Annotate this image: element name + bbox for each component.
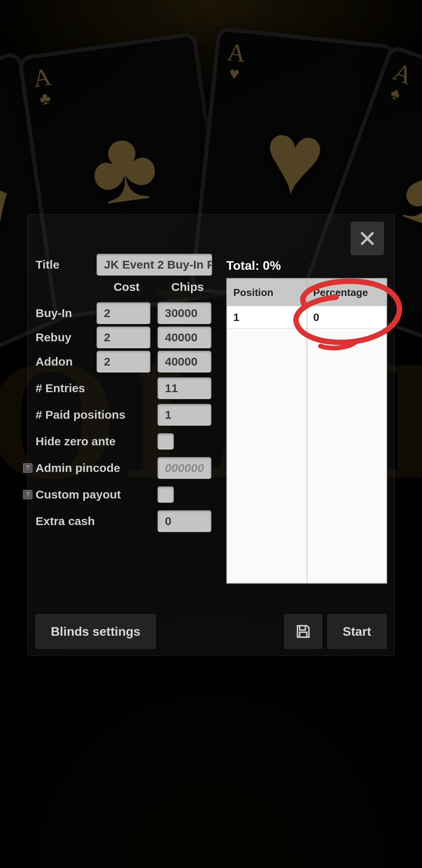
payout-table-body: 1 0 — [227, 306, 386, 583]
extra-cash-input[interactable]: 0 — [157, 510, 211, 532]
admin-pincode-label: Admin pincode — [36, 461, 157, 475]
custom-payout-checkbox[interactable] — [157, 486, 174, 503]
custom-payout-help[interactable]: ? — [23, 490, 32, 499]
chips-header: Chips — [157, 280, 218, 294]
admin-pincode-row: ? Admin pincode 000000 — [36, 456, 211, 480]
paid-positions-label: # Paid positions — [36, 408, 157, 421]
custom-payout-label: Custom payout — [36, 488, 157, 501]
position-header: Position — [227, 279, 307, 306]
addon-cost-input[interactable]: 2 — [97, 351, 150, 373]
addon-chips-input[interactable]: 40000 — [157, 351, 211, 373]
rebuy-cost-input[interactable]: 2 — [97, 326, 150, 348]
buyin-chips-input[interactable]: 30000 — [157, 302, 211, 324]
save-icon — [295, 623, 312, 640]
payout-table: Position Percentage 1 0 — [226, 278, 387, 584]
close-button[interactable] — [350, 222, 384, 255]
event-settings-modal: Title JK Event 2 Buy-In Pri Total: 0% Co… — [27, 214, 395, 656]
rebuy-chips-input[interactable]: 40000 — [157, 326, 211, 348]
buyin-label: Buy-In — [36, 307, 97, 320]
hide-zero-ante-checkbox[interactable] — [157, 433, 174, 450]
position-cell[interactable]: 1 — [227, 306, 307, 329]
addon-label: Addon — [36, 355, 97, 368]
blinds-settings-button[interactable]: Blinds settings — [36, 614, 156, 649]
entries-input[interactable]: 11 — [157, 377, 211, 399]
close-icon — [358, 230, 376, 247]
extra-cash-label: Extra cash — [36, 515, 157, 528]
extra-cash-row: Extra cash 0 — [36, 509, 211, 533]
hide-zero-ante-label: Hide zero ante — [36, 435, 157, 448]
payout-table-head: Position Percentage — [227, 279, 386, 306]
title-input[interactable]: JK Event 2 Buy-In Pri — [97, 254, 212, 276]
percentage-cell[interactable]: 0 — [307, 306, 387, 329]
entries-row: # Entries 11 — [36, 377, 211, 400]
cost-header: Cost — [97, 280, 157, 294]
position-column: 1 — [227, 306, 307, 583]
hide-zero-ante-row: Hide zero ante — [36, 430, 211, 453]
percentage-column: 0 — [307, 306, 387, 583]
percentage-header: Percentage — [307, 279, 387, 306]
buyin-row: Buy-In 2 30000 — [36, 301, 211, 325]
admin-pincode-input[interactable]: 000000 — [157, 457, 211, 479]
title-label: Title — [36, 258, 97, 271]
total-percentage: Total: 0% — [226, 258, 281, 273]
title-row: Title JK Event 2 Buy-In Pri — [36, 253, 212, 276]
save-button[interactable] — [284, 614, 322, 649]
addon-row: Addon 2 40000 — [36, 350, 211, 373]
column-headers: Cost Chips — [97, 280, 245, 294]
paid-positions-row: # Paid positions 1 — [36, 403, 211, 427]
rebuy-label: Rebuy — [36, 331, 97, 344]
rebuy-row: Rebuy 2 40000 — [36, 326, 211, 349]
buyin-cost-input[interactable]: 2 — [97, 302, 150, 324]
paid-positions-input[interactable]: 1 — [157, 404, 211, 426]
start-button[interactable]: Start — [327, 614, 386, 649]
admin-pincode-help[interactable]: ? — [23, 463, 32, 473]
settings-grid: Buy-In 2 30000 Rebuy 2 40000 Addon 2 400… — [36, 301, 211, 534]
modal-footer: Blinds settings Start — [36, 614, 386, 649]
entries-label: # Entries — [36, 382, 157, 395]
custom-payout-row: ? Custom payout — [36, 483, 211, 506]
